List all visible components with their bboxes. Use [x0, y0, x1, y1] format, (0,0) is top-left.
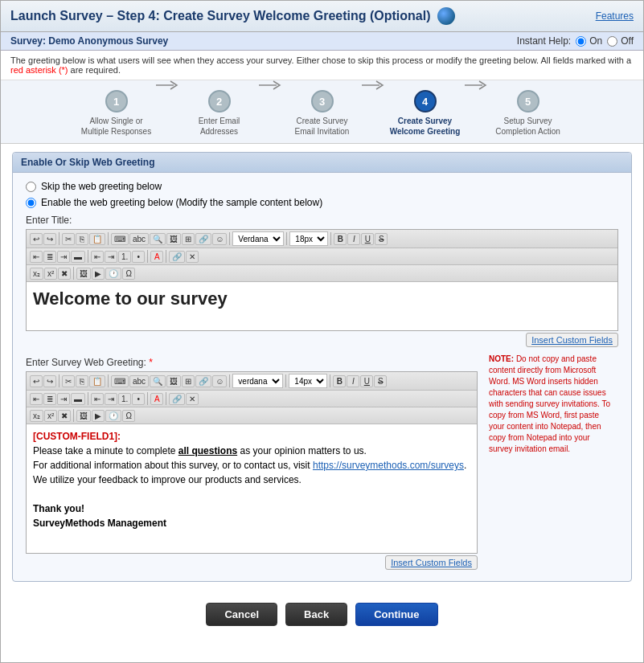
features-link[interactable]: Features — [596, 10, 634, 22]
enable-radio[interactable] — [26, 198, 36, 208]
font-color-btn[interactable]: A — [150, 251, 163, 263]
g-link2-btn[interactable]: 🔗 — [169, 393, 185, 405]
link-btn[interactable]: 🔗 — [195, 233, 211, 245]
outdent-btn[interactable]: ⇤ — [91, 251, 104, 263]
size-select[interactable]: 18px — [289, 231, 328, 246]
insert-custom-fields-link-2[interactable]: Insert Custom Fields — [385, 555, 478, 570]
bold-btn[interactable]: B — [334, 233, 347, 245]
removeformat-btn[interactable]: ✖ — [58, 268, 71, 280]
insert-custom-fields-link-1[interactable]: Insert Custom Fields — [526, 333, 618, 347]
g-align-justify-btn[interactable]: ▬ — [71, 393, 85, 405]
greeting-body[interactable]: [CUSTOM-FIELD1]: Please take a minute to… — [27, 424, 477, 553]
align-center-btn[interactable]: ≣ — [43, 251, 56, 263]
unlink-btn[interactable]: ✕ — [186, 251, 199, 263]
spellcheck-btn[interactable]: abc — [129, 233, 149, 245]
g-align-left-btn[interactable]: ⇤ — [30, 393, 43, 405]
align-justify-btn[interactable]: ▬ — [71, 251, 85, 263]
enable-option[interactable]: Enable the web greeting below (Modify th… — [26, 197, 618, 208]
superscript-btn[interactable]: x² — [44, 268, 57, 280]
img2-btn[interactable]: 🖼 — [76, 268, 91, 280]
subscript-btn[interactable]: x₂ — [30, 268, 43, 280]
g-sep6 — [88, 392, 88, 405]
g-font-select[interactable]: verdana — [232, 374, 283, 388]
table-btn[interactable]: ⊞ — [182, 233, 195, 245]
g-sep5 — [330, 374, 330, 387]
section-header: Enable Or Skip Web Greeting — [13, 153, 631, 173]
align-right-btn[interactable]: ⇥ — [57, 251, 70, 263]
g-superscript-btn[interactable]: x² — [44, 410, 57, 422]
find-btn[interactable]: 🔍 — [150, 233, 166, 245]
clock-btn[interactable]: 🕐 — [105, 268, 121, 280]
italic-btn[interactable]: I — [347, 233, 360, 245]
underline-btn[interactable]: U — [361, 233, 374, 245]
g-cut-btn[interactable]: ✂ — [62, 375, 75, 387]
style-btn[interactable]: ⌨ — [111, 233, 129, 245]
cut-btn[interactable]: ✂ — [62, 233, 75, 245]
g-underline-btn[interactable]: U — [360, 375, 373, 387]
skip-radio[interactable] — [26, 182, 36, 192]
title-content[interactable]: Welcome to our survey — [27, 282, 617, 330]
g-img2-btn[interactable]: 🖼 — [76, 410, 91, 422]
instant-off-radio[interactable] — [607, 36, 617, 47]
g-subscript-btn[interactable]: x₂ — [30, 410, 43, 422]
smiley-btn[interactable]: ☺ — [212, 233, 227, 245]
sep6 — [88, 250, 88, 263]
survey-link[interactable]: https://surveymethods.com/surveys — [313, 460, 464, 471]
g-copy-btn[interactable]: ⎘ — [76, 375, 88, 387]
title-toolbar-1: ↩ ↪ ✂ ⎘ 📋 ⌨ abc 🔍 🖼 ⊞ 🔗 ☺ — [27, 230, 617, 248]
g-special-btn[interactable]: Ω — [122, 410, 135, 422]
g-spell-btn[interactable]: abc — [129, 375, 149, 387]
g-align-center-btn[interactable]: ≣ — [43, 393, 56, 405]
skip-option[interactable]: Skip the web greeting below — [26, 181, 618, 192]
g-paste-btn[interactable]: 📋 — [89, 375, 105, 387]
g-smiley-btn[interactable]: ☺ — [212, 375, 227, 387]
g-unlink-btn[interactable]: ✕ — [186, 393, 199, 405]
undo-btn[interactable]: ↩ — [30, 233, 43, 245]
g-rmfmt-btn[interactable]: ✖ — [58, 410, 71, 422]
g-sep2 — [108, 374, 109, 387]
cancel-button[interactable]: Cancel — [206, 603, 277, 626]
paste-btn[interactable]: 📋 — [89, 233, 105, 245]
flash-btn[interactable]: ▶ — [92, 268, 105, 280]
align-left-btn[interactable]: ⇤ — [30, 251, 43, 263]
g-strike-btn[interactable]: S — [374, 375, 387, 387]
g-img-btn[interactable]: 🖼 — [166, 375, 181, 387]
survey-name: Survey: Demo Anonymous Survey — [10, 35, 168, 47]
image-btn[interactable]: 🖼 — [166, 233, 181, 245]
g-sep1 — [59, 374, 59, 387]
ul-btn[interactable]: • — [132, 251, 145, 263]
g-find-btn[interactable]: 🔍 — [150, 375, 166, 387]
strike-btn[interactable]: S — [375, 233, 388, 245]
g-tbl-btn[interactable]: ⊞ — [182, 375, 195, 387]
font-select[interactable]: Verdana — [232, 231, 284, 246]
ol-btn[interactable]: 1. — [118, 251, 131, 263]
copy-btn[interactable]: ⎘ — [76, 233, 88, 245]
g-ul-btn[interactable]: • — [132, 393, 145, 405]
redo-btn[interactable]: ↪ — [43, 233, 56, 245]
greeting-toolbar-2: ⇤ ≣ ⇥ ▬ ⇤ ⇥ 1. • A — [27, 391, 477, 407]
back-button[interactable]: Back — [285, 603, 347, 626]
g-italic-btn[interactable]: I — [347, 375, 359, 387]
special-btn[interactable]: Ω — [122, 268, 135, 280]
g-outdent-btn[interactable]: ⇤ — [91, 393, 104, 405]
instant-help-off[interactable]: Off — [607, 35, 634, 47]
continue-button[interactable]: Continue — [355, 603, 437, 626]
g-flash-btn[interactable]: ▶ — [92, 410, 105, 422]
g-bold-btn[interactable]: B — [333, 375, 346, 387]
g-align-right-btn[interactable]: ⇥ — [57, 393, 70, 405]
g-color-btn[interactable]: A — [150, 393, 163, 405]
g-size-select[interactable]: 14px — [289, 374, 327, 388]
g-clock-btn[interactable]: 🕐 — [105, 410, 121, 422]
g-redo-btn[interactable]: ↪ — [43, 375, 56, 387]
g-link-btn[interactable]: 🔗 — [195, 375, 211, 387]
steps-container: 1 Allow Single or Multiple Responses 2 E… — [1, 80, 643, 144]
indent-btn[interactable]: ⇥ — [105, 251, 117, 263]
g-indent-btn[interactable]: ⇥ — [105, 393, 117, 405]
g-ol-btn[interactable]: 1. — [118, 393, 131, 405]
g-undo-btn[interactable]: ↩ — [30, 375, 43, 387]
instant-help-on[interactable]: On — [576, 35, 602, 47]
greeting-insert-custom: Insert Custom Fields — [26, 557, 478, 568]
g-style-btn[interactable]: ⌨ — [111, 375, 129, 387]
link2-btn[interactable]: 🔗 — [169, 251, 185, 263]
instant-on-radio[interactable] — [576, 36, 586, 47]
